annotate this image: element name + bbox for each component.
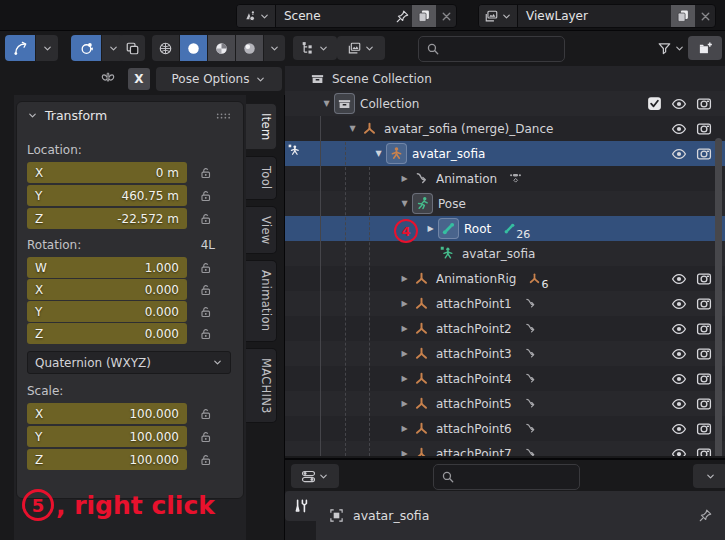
pin-id-icon[interactable] xyxy=(698,508,713,523)
scale-y-field[interactable]: Y100.000 xyxy=(27,426,187,447)
location-z-field[interactable]: Z-22.572 m xyxy=(27,208,187,229)
viewlayer-selector[interactable]: ViewLayer xyxy=(478,4,716,28)
outliner-search-input[interactable] xyxy=(418,36,565,62)
disclosure-triangle-icon[interactable]: ▶ xyxy=(397,424,412,433)
rotation-mode-dropdown[interactable]: Quaternion (WXYZ) xyxy=(27,351,231,374)
outliner-row[interactable]: ▶attachPoint6 xyxy=(285,416,725,441)
disclosure-triangle-icon[interactable]: ▶ xyxy=(423,224,438,233)
disclosure-triangle-icon[interactable]: ▶ xyxy=(397,324,412,333)
disclosure-triangle-icon[interactable]: ▶ xyxy=(397,449,412,456)
rotation-y-field[interactable]: Y0.000 xyxy=(27,301,187,322)
camera-icon[interactable] xyxy=(696,346,712,362)
lock-open-icon[interactable] xyxy=(199,261,213,275)
disclosure-triangle-icon[interactable]: ▼ xyxy=(397,199,412,208)
outliner-row[interactable]: ▶attachPoint3 xyxy=(285,341,725,366)
rotation-z-field[interactable]: Z0.000 xyxy=(27,323,187,344)
scene-name[interactable]: Scene xyxy=(276,9,392,23)
eye-icon[interactable] xyxy=(671,296,687,312)
outliner-scrollbar[interactable] xyxy=(715,138,722,456)
outliner-row[interactable]: avatar_sofia xyxy=(285,241,725,266)
shading-rendered-button[interactable] xyxy=(235,35,263,61)
collapse-chevron-icon[interactable] xyxy=(27,110,38,121)
outliner-row[interactable]: ▼avatar_sofia xyxy=(285,141,725,166)
camera-icon[interactable] xyxy=(696,121,712,137)
camera-icon[interactable] xyxy=(696,396,712,412)
panel-grip-icon[interactable] xyxy=(216,112,233,120)
outliner-filter-dropdown[interactable] xyxy=(649,36,693,60)
eye-icon[interactable] xyxy=(671,146,687,162)
disclosure-triangle-icon[interactable]: ▼ xyxy=(371,149,386,158)
outliner-row[interactable]: ▼avatar_sofia (merge)_Dance xyxy=(285,116,725,141)
sidebar-tab-machin3[interactable]: MACHIN3 xyxy=(246,348,277,424)
scale-x-field[interactable]: X100.000 xyxy=(27,403,187,424)
camera-icon[interactable] xyxy=(696,321,712,337)
shading-dropdown[interactable] xyxy=(263,35,285,61)
camera-icon[interactable] xyxy=(696,146,712,162)
sidebar-tab-animation[interactable]: Animation xyxy=(246,260,277,341)
camera-icon[interactable] xyxy=(696,446,712,457)
outliner-row[interactable]: ▶attachPoint5 xyxy=(285,391,725,416)
location-x-field[interactable]: X0 m xyxy=(27,162,187,183)
outliner-display-mode-dropdown[interactable] xyxy=(293,36,337,60)
new-collection-button[interactable] xyxy=(688,36,722,60)
disclosure-triangle-icon[interactable]: ▼ xyxy=(345,124,360,133)
camera-icon[interactable] xyxy=(696,296,712,312)
eye-icon[interactable] xyxy=(671,271,687,287)
outliner-row[interactable]: ▶attachPoint2 xyxy=(285,316,725,341)
scene-selector[interactable]: Scene xyxy=(236,4,457,28)
new-viewlayer-button[interactable] xyxy=(671,5,695,27)
outliner-row[interactable]: ▶Animation xyxy=(285,166,725,191)
outliner-row[interactable]: ▶attachPoint1 xyxy=(285,291,725,316)
rotation-x-field[interactable]: X0.000 xyxy=(27,279,187,300)
x-axis-mirror-button[interactable]: X xyxy=(128,68,150,90)
lock-open-icon[interactable] xyxy=(199,283,213,297)
eye-icon[interactable] xyxy=(671,371,687,387)
eye-icon[interactable] xyxy=(671,321,687,337)
outliner-row[interactable]: ▶attachPoint7 xyxy=(285,441,725,456)
sidebar-tab-view[interactable]: View xyxy=(246,206,277,255)
lock-open-icon[interactable] xyxy=(199,189,213,203)
pose-options-dropdown[interactable]: Pose Options xyxy=(156,67,282,91)
shading-solid-button[interactable] xyxy=(179,35,207,61)
lock-open-icon[interactable] xyxy=(199,327,213,341)
properties-options-dropdown[interactable] xyxy=(693,464,725,488)
lock-open-icon[interactable] xyxy=(199,453,213,467)
disclosure-triangle-icon[interactable]: ▶ xyxy=(397,374,412,383)
proportional-editing-button[interactable] xyxy=(5,35,35,61)
camera-icon[interactable] xyxy=(696,371,712,387)
eye-icon[interactable] xyxy=(671,446,687,457)
shading-wireframe-button[interactable] xyxy=(152,35,179,61)
camera-icon[interactable] xyxy=(696,96,712,112)
outliner-id-filter-dropdown[interactable] xyxy=(337,36,385,60)
camera-icon[interactable] xyxy=(696,421,712,437)
editor-type-dropdown[interactable] xyxy=(291,464,339,488)
outliner-row[interactable]: ▼Collection xyxy=(285,91,725,116)
overlays-button[interactable] xyxy=(119,35,145,61)
sidebar-tab-item[interactable]: Item xyxy=(246,103,277,150)
checkbox-icon[interactable] xyxy=(647,96,662,111)
disclosure-triangle-icon[interactable]: ▶ xyxy=(397,274,412,283)
lock-open-icon[interactable] xyxy=(199,430,213,444)
camera-icon[interactable] xyxy=(696,271,712,287)
eye-icon[interactable] xyxy=(671,396,687,412)
snap-toggle-button[interactable] xyxy=(71,35,101,61)
unlink-scene-icon[interactable] xyxy=(436,5,456,27)
remove-viewlayer-icon[interactable] xyxy=(695,5,715,27)
outliner-row[interactable]: ▶AnimationRig6 xyxy=(285,266,725,291)
lock-open-icon[interactable] xyxy=(199,166,213,180)
lock-open-icon[interactable] xyxy=(199,212,213,226)
eye-icon[interactable] xyxy=(671,96,687,112)
mirror-x-icon[interactable] xyxy=(100,69,116,85)
disclosure-triangle-icon[interactable]: ▼ xyxy=(319,99,334,108)
lock-open-icon[interactable] xyxy=(199,407,213,421)
outliner-row[interactable]: ▼Pose xyxy=(285,191,725,216)
outliner-row[interactable]: ▶attachPoint4 xyxy=(285,366,725,391)
proportional-falloff-dropdown[interactable] xyxy=(35,35,58,61)
disclosure-triangle-icon[interactable]: ▶ xyxy=(397,299,412,308)
disclosure-triangle-icon[interactable]: ▶ xyxy=(397,349,412,358)
outliner-row[interactable]: Scene Collection xyxy=(285,66,725,91)
location-y-field[interactable]: Y460.75 m xyxy=(27,185,187,206)
lock-open-icon[interactable] xyxy=(199,305,213,319)
sidebar-tab-tool[interactable]: Tool xyxy=(246,156,277,200)
pin-icon[interactable] xyxy=(392,5,412,27)
